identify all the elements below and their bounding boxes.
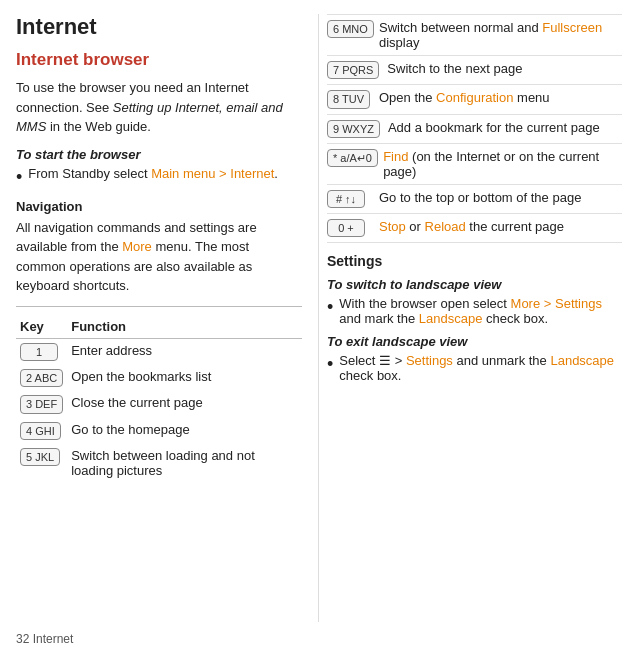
key-badge: # ↑↓ [327, 190, 365, 208]
exit-title: To exit landscape view [327, 334, 622, 349]
right-badge-col: * a/A↵0 [327, 149, 383, 167]
nav-paragraph: All navigation commands and settings are… [16, 218, 302, 296]
list-item: 0 +Stop or Reload the current page [327, 214, 622, 243]
list-item: 8 TUVOpen the Configuration menu [327, 85, 622, 114]
right-badge-col: 0 + [327, 219, 379, 237]
function-text: Go to the top or bottom of the page [379, 190, 581, 205]
function-cell: Switch between loading and not loading p… [67, 444, 302, 482]
main-menu-link[interactable]: Main menu > Internet [151, 166, 274, 181]
landscape-bullet: • With the browser open select More > Se… [327, 296, 622, 326]
function-text: Open the Configuration menu [379, 90, 550, 105]
function-text: Stop or Reload the current page [379, 219, 564, 234]
main-columns: Internet Internet browser To use the bro… [0, 0, 636, 652]
key-cell: 5 JKL [16, 444, 67, 482]
colored-term: Reload [425, 219, 466, 234]
section-title: Internet browser [16, 50, 302, 70]
key-badge: 5 JKL [20, 448, 60, 466]
exit-bullet: • Select ☰ > Settings and unmark the Lan… [327, 353, 622, 383]
plain-text: display [379, 35, 419, 50]
colored-term: Configuration [436, 90, 513, 105]
exit-icon: ☰ [379, 353, 391, 368]
colored-term: Find [383, 149, 408, 164]
more-settings-link[interactable]: More > Settings [511, 296, 602, 311]
settings-title: Settings [327, 253, 622, 269]
function-cell: Go to the homepage [67, 418, 302, 444]
colored-term: Fullscreen [542, 20, 602, 35]
key-cell: 2 ABC [16, 365, 67, 391]
exit-landscape-link[interactable]: Landscape [550, 353, 614, 368]
key-badge: 7 PQRS [327, 61, 379, 79]
landscape-link[interactable]: Landscape [419, 311, 483, 326]
function-cell: Enter address [67, 338, 302, 365]
right-key-list: 6 MNOSwitch between normal and Fullscree… [327, 14, 622, 243]
bullet-1-text: From Standby select Main menu > Internet… [28, 166, 278, 181]
plain-text: the current page [466, 219, 564, 234]
list-item: # ↑↓Go to the top or bottom of the page [327, 185, 622, 214]
key-badge: 9 WXYZ [327, 120, 380, 138]
list-item: 7 PQRSSwitch to the next page [327, 56, 622, 85]
plain-text: Open the [379, 90, 436, 105]
plain-text: Go to the top or bottom of the page [379, 190, 581, 205]
intro-text2: in the Web guide. [46, 119, 151, 134]
page-container: Internet Internet browser To use the bro… [0, 0, 636, 652]
right-badge-col: 7 PQRS [327, 61, 387, 79]
function-text: Find (on the Internet or on the current … [383, 149, 622, 179]
more-link[interactable]: More [122, 239, 152, 254]
key-badge: 0 + [327, 219, 365, 237]
start-browser-title: To start the browser [16, 147, 302, 162]
function-cell: Close the current page [67, 391, 302, 417]
plain-text: Switch between normal and [379, 20, 542, 35]
function-text: Add a bookmark for the current page [388, 120, 600, 135]
col-header-key: Key [16, 317, 67, 339]
key-cell: 3 DEF [16, 391, 67, 417]
plain-text: menu [513, 90, 549, 105]
right-badge-col: 9 WXYZ [327, 120, 388, 138]
key-cell: 1 [16, 338, 67, 365]
key-badge: 4 GHI [20, 422, 61, 440]
exit-bullet-text: Select ☰ > Settings and unmark the Lands… [339, 353, 622, 383]
plain-text: Switch to the next page [387, 61, 522, 76]
landscape-title: To switch to landscape view [327, 277, 622, 292]
key-cell: 4 GHI [16, 418, 67, 444]
table-row: 3 DEFClose the current page [16, 391, 302, 417]
exit-settings-link[interactable]: Settings [406, 353, 453, 368]
right-badge-col: 6 MNO [327, 20, 379, 38]
table-row: 1Enter address [16, 338, 302, 365]
plain-text: Add a bookmark for the current page [388, 120, 600, 135]
plain-text: (on the Internet or on the current page) [383, 149, 599, 179]
page-title: Internet [16, 14, 302, 40]
function-cell: Open the bookmarks list [67, 365, 302, 391]
table-row: 4 GHIGo to the homepage [16, 418, 302, 444]
bullet-1: • From Standby select Main menu > Intern… [16, 166, 302, 189]
table-row: 2 ABCOpen the bookmarks list [16, 365, 302, 391]
list-item: * a/A↵0Find (on the Internet or on the c… [327, 144, 622, 185]
key-badge: 1 [20, 343, 58, 361]
key-badge: 2 ABC [20, 369, 63, 387]
colored-term: Stop [379, 219, 406, 234]
intro-paragraph: To use the browser you need an Internet … [16, 78, 302, 137]
right-badge-col: # ↑↓ [327, 190, 379, 208]
table-divider [16, 306, 302, 307]
list-item: 9 WXYZAdd a bookmark for the current pag… [327, 115, 622, 144]
bullet-dot-1: • [16, 166, 22, 189]
plain-text: or [406, 219, 425, 234]
key-badge: 3 DEF [20, 395, 63, 413]
key-badge: 8 TUV [327, 90, 370, 108]
list-item: 6 MNOSwitch between normal and Fullscree… [327, 14, 622, 56]
page-footer: 32 Internet [16, 632, 73, 646]
left-column: Internet Internet browser To use the bro… [0, 14, 318, 622]
col-header-function: Function [67, 317, 302, 339]
landscape-bullet-text: With the browser open select More > Sett… [339, 296, 622, 326]
bullet-dot-landscape: • [327, 296, 333, 319]
function-text: Switch between normal and Fullscreen dis… [379, 20, 622, 50]
bullet-dot-exit: • [327, 353, 333, 376]
function-text: Switch to the next page [387, 61, 522, 76]
table-row: 5 JKLSwitch between loading and not load… [16, 444, 302, 482]
right-column: 6 MNOSwitch between normal and Fullscree… [318, 14, 636, 622]
key-function-table: Key Function 1Enter address2 ABCOpen the… [16, 317, 302, 482]
key-badge: * a/A↵0 [327, 149, 378, 167]
nav-title: Navigation [16, 199, 302, 214]
key-badge: 6 MNO [327, 20, 374, 38]
right-badge-col: 8 TUV [327, 90, 379, 108]
